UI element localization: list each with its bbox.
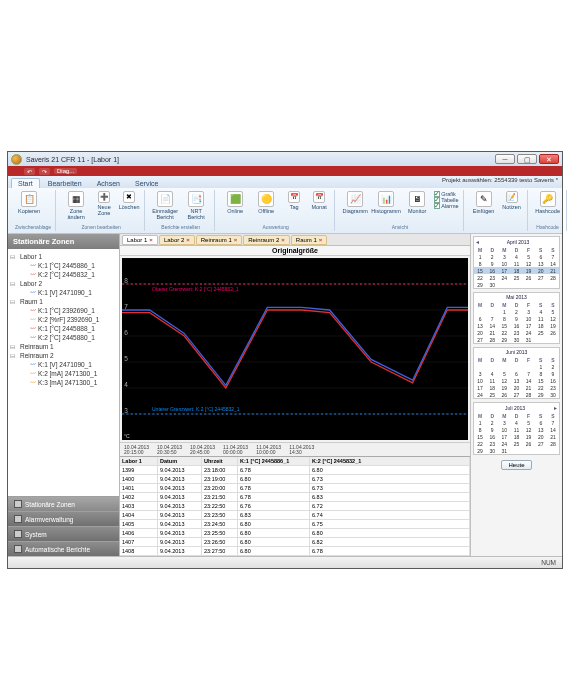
cal-day[interactable]: 16	[547, 377, 559, 384]
ribbon-tab-start[interactable]: Start	[11, 178, 40, 188]
cal-day[interactable]: 9	[547, 370, 559, 377]
ribbon-button[interactable]: 🔑Hashcode	[534, 191, 562, 214]
doc-tab[interactable]: Labor 1×	[122, 235, 158, 245]
cal-day[interactable]: 16	[486, 433, 498, 440]
cal-day[interactable]: 17	[498, 267, 510, 274]
cal-day[interactable]: 17	[474, 384, 486, 391]
tree-node[interactable]: Reinraum 1	[10, 342, 117, 351]
cal-day[interactable]: 8	[474, 426, 486, 433]
cal-day[interactable]: 3	[498, 419, 510, 426]
cal-day[interactable]: 1	[535, 363, 547, 370]
cal-day[interactable]: 9	[510, 315, 522, 322]
cal-day[interactable]: 29	[535, 391, 547, 398]
cal-day[interactable]: 30	[486, 281, 498, 288]
ribbon-button[interactable]: ✖Löschen	[118, 191, 140, 210]
cal-day[interactable]: 18	[535, 322, 547, 329]
cal-day[interactable]: 12	[547, 315, 559, 322]
close-icon[interactable]: ×	[149, 237, 153, 243]
tree-leaf[interactable]: 〰K:1 [°C] 2445888_1	[10, 324, 117, 333]
quick-diag[interactable]: Diag...	[54, 168, 77, 174]
cal-day[interactable]: 28	[547, 274, 559, 281]
cal-day[interactable]: 27	[474, 336, 486, 343]
cal-day[interactable]: 21	[523, 384, 535, 391]
cal-day[interactable]: 31	[523, 336, 535, 343]
cal-day[interactable]: 1	[474, 419, 486, 426]
tree-leaf[interactable]: 〰K:1 [V] 2471090_1	[10, 360, 117, 369]
cal-day[interactable]: 7	[547, 419, 559, 426]
ribbon-tab-service[interactable]: Service	[128, 178, 165, 188]
cal-day[interactable]: 14	[486, 322, 498, 329]
table-header[interactable]: Labor 1	[120, 457, 158, 465]
cal-day[interactable]: 11	[510, 426, 522, 433]
ribbon-button[interactable]: 🟩Online	[221, 191, 249, 214]
ribbon-button[interactable]: 📅Tag	[283, 191, 305, 210]
cal-day[interactable]: 28	[523, 391, 535, 398]
tree-node[interactable]: Labor 1	[10, 252, 117, 261]
cal-day[interactable]: 11	[486, 377, 498, 384]
table-header[interactable]: Uhrzeit	[202, 457, 238, 465]
cal-day[interactable]: 17	[523, 322, 535, 329]
cal-next-icon[interactable]: ▸	[554, 404, 557, 411]
close-icon[interactable]: ×	[319, 237, 323, 243]
cal-day[interactable]: 18	[486, 384, 498, 391]
table-row[interactable]: 14059.04.201323:24:506.806.75	[120, 520, 470, 529]
tree-leaf[interactable]: 〰K:2 [%rF] 2392690_1	[10, 315, 117, 324]
table-header[interactable]: K:1 [°C] 2445886_1	[238, 457, 310, 465]
ribbon-button[interactable]: 📈Diagramm	[341, 191, 369, 214]
cal-day[interactable]: 13	[510, 377, 522, 384]
cal-day[interactable]: 27	[535, 440, 547, 447]
nav-button[interactable]: Stationäre Zonen	[8, 496, 119, 511]
cal-day[interactable]: 14	[547, 426, 559, 433]
cal-day[interactable]: 6	[474, 315, 486, 322]
cal-day[interactable]: 10	[523, 315, 535, 322]
tree-leaf[interactable]: 〰K:3 [mA] 2471300_1	[10, 378, 117, 387]
close-icon[interactable]: ×	[234, 237, 238, 243]
cal-day[interactable]: 16	[510, 322, 522, 329]
cal-day[interactable]: 13	[474, 322, 486, 329]
cal-day[interactable]: 27	[535, 274, 547, 281]
ribbon-button[interactable]: 📅Monat	[308, 191, 330, 210]
cal-day[interactable]: 3	[474, 370, 486, 377]
cal-day[interactable]: 13	[535, 260, 547, 267]
ribbon-button[interactable]: ▦Zone ändern	[62, 191, 90, 220]
cal-day[interactable]: 5	[523, 253, 535, 260]
cal-day[interactable]: 7	[523, 370, 535, 377]
cal-day[interactable]: 23	[486, 274, 498, 281]
cal-day[interactable]: 14	[547, 260, 559, 267]
cal-day[interactable]: 23	[510, 329, 522, 336]
ribbon-button[interactable]: 📊Histogramm	[372, 191, 400, 214]
cal-day[interactable]: 21	[486, 329, 498, 336]
quick-redo[interactable]: ↷	[39, 168, 50, 175]
quick-undo[interactable]: ↶	[24, 168, 35, 175]
ribbon-button[interactable]: 📝Notizen	[501, 191, 523, 210]
cal-day[interactable]: 26	[523, 440, 535, 447]
cal-day[interactable]: 29	[498, 336, 510, 343]
cal-day[interactable]: 8	[498, 315, 510, 322]
cal-day[interactable]: 6	[535, 253, 547, 260]
view-toggle[interactable]: Alarme	[434, 203, 458, 209]
cal-day[interactable]: 2	[547, 363, 559, 370]
cal-day[interactable]: 2	[486, 419, 498, 426]
nav-button[interactable]: Alarmverwaltung	[8, 511, 119, 526]
tree-node[interactable]: Reinraum 2	[10, 351, 117, 360]
cal-day[interactable]: 18	[510, 267, 522, 274]
tree-leaf[interactable]: 〰K:1 [°C] 2392690_1	[10, 306, 117, 315]
cal-day[interactable]: 22	[474, 274, 486, 281]
ribbon-button[interactable]: ➕Neue Zone	[93, 191, 115, 216]
table-row[interactable]: 14029.04.201323:21:506.786.83	[120, 493, 470, 502]
cal-day[interactable]: 28	[486, 336, 498, 343]
cal-day[interactable]: 9	[486, 260, 498, 267]
project-selector[interactable]: Projekt auswählen: 2554339 testo Saveris…	[442, 177, 558, 183]
cal-day[interactable]: 9	[486, 426, 498, 433]
cal-day[interactable]: 19	[523, 267, 535, 274]
ribbon-button[interactable]: 🟡Offline	[252, 191, 280, 214]
cal-day[interactable]: 15	[474, 267, 486, 274]
app-orb-icon[interactable]	[11, 154, 22, 165]
cal-day[interactable]: 30	[547, 391, 559, 398]
cal-day[interactable]: 12	[523, 260, 535, 267]
cal-day[interactable]: 21	[547, 267, 559, 274]
cal-day[interactable]: 1	[474, 253, 486, 260]
cal-day[interactable]: 23	[547, 384, 559, 391]
chart-area[interactable]: 3456789 °C Oberer Grenzwert: K:2 [°C] 24…	[122, 258, 468, 440]
table-row[interactable]: 14049.04.201323:23:506.836.74	[120, 511, 470, 520]
